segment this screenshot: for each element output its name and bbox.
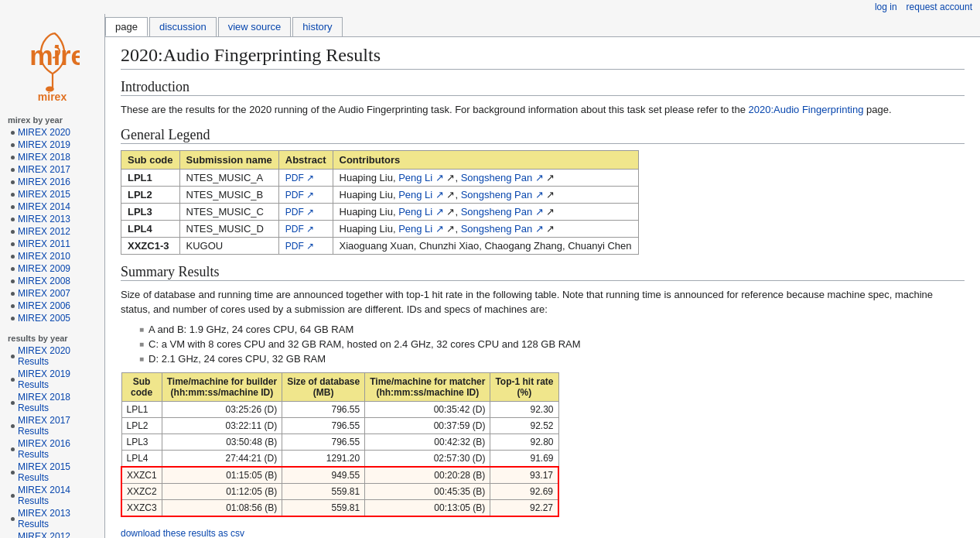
sidebar-result-mirex2017results[interactable]: MIREX 2017 Results	[0, 414, 104, 437]
result-top1: 93.17	[490, 467, 558, 484]
sidebar-result-link[interactable]: MIREX 2019 Results	[18, 368, 97, 390]
sidebar-result-mirex2020results[interactable]: MIREX 2020 Results	[0, 344, 104, 368]
sidebar-link[interactable]: MIREX 2016	[18, 176, 70, 187]
sidebar-result-link[interactable]: MIREX 2016 Results	[18, 438, 97, 460]
sidebar-item-mirex2019[interactable]: MIREX 2019	[0, 139, 104, 151]
sidebar-link[interactable]: MIREX 2008	[18, 276, 70, 286]
tab-discussion[interactable]: discussion	[149, 17, 217, 36]
results-row: XXZC2 01:12:05 (B) 559.81 00:45:35 (B) 9…	[121, 483, 558, 499]
sidebar-item-mirex2013[interactable]: MIREX 2013	[0, 213, 104, 225]
sidebar-result-mirex2016results[interactable]: MIREX 2016 Results	[0, 437, 104, 461]
result-sub: LPL1	[121, 401, 162, 417]
sidebar-item-mirex2011[interactable]: MIREX 2011	[0, 238, 104, 250]
result-top1: 92.80	[490, 433, 558, 450]
sidebar-item-mirex2007[interactable]: MIREX 2007	[0, 287, 104, 300]
content-area: page discussion view source history 2020…	[104, 14, 980, 538]
sidebar-link[interactable]: MIREX 2006	[18, 300, 70, 311]
sidebar-result-link[interactable]: MIREX 2020 Results	[18, 345, 97, 367]
request-account-link[interactable]: request account	[907, 2, 972, 12]
sidebar-link[interactable]: MIREX 2005	[18, 313, 70, 324]
sidebar-link[interactable]: MIREX 2009	[18, 263, 70, 274]
sidebar-item-mirex2016[interactable]: MIREX 2016	[0, 176, 104, 188]
sidebar-item-mirex2005[interactable]: MIREX 2005	[0, 312, 104, 324]
pdf-link[interactable]: PDF ↗	[285, 241, 314, 252]
sidebar-item-mirex2010[interactable]: MIREX 2010	[0, 250, 104, 262]
results-table: Subcode Time/machine for builder(hh:mm:s…	[121, 372, 559, 517]
sidebar-link[interactable]: MIREX 2011	[18, 238, 70, 249]
bullet-icon	[11, 156, 15, 159]
contributor-link[interactable]: Songsheng Pan ↗	[461, 206, 544, 218]
sidebar-result-link[interactable]: MIREX 2018 Results	[18, 392, 97, 413]
sidebar-link[interactable]: MIREX 2010	[18, 251, 70, 262]
sidebar-item-mirex2012[interactable]: MIREX 2012	[0, 225, 104, 238]
sidebar-result-mirex2012results[interactable]: MIREX 2012 Results	[0, 530, 104, 538]
sidebar-item-mirex2014[interactable]: MIREX 2014	[0, 200, 104, 213]
pdf-link[interactable]: PDF ↗	[285, 190, 314, 200]
sidebar-result-mirex2014results[interactable]: MIREX 2014 Results	[0, 484, 104, 507]
sidebar-link[interactable]: MIREX 2014	[18, 201, 70, 212]
summary-title: Summary Results	[121, 264, 965, 281]
contributor-link[interactable]: Songsheng Pan ↗	[461, 189, 544, 200]
result-builder: 03:25:26 (D)	[162, 401, 282, 417]
sidebar-item-mirex2017[interactable]: MIREX 2017	[0, 163, 104, 176]
sidebar-result-mirex2019results[interactable]: MIREX 2019 Results	[0, 368, 104, 391]
pdf-link[interactable]: PDF ↗	[285, 224, 314, 235]
bullet-icon	[11, 471, 15, 475]
results-row: XXZC3 01:08:56 (B) 559.81 00:13:05 (B) 9…	[121, 499, 558, 516]
sidebar-item-mirex2008[interactable]: MIREX 2008	[0, 275, 104, 287]
bullet-icon	[11, 355, 15, 358]
sidebar-result-mirex2018results[interactable]: MIREX 2018 Results	[0, 391, 104, 414]
sidebar-link[interactable]: MIREX 2012	[18, 226, 70, 237]
contributor-link[interactable]: Songsheng Pan ↗	[461, 172, 544, 183]
result-builder: 01:12:05 (B)	[162, 483, 282, 499]
legend-abstract: PDF ↗	[278, 186, 333, 203]
sidebar-link[interactable]: MIREX 2020	[18, 127, 70, 138]
sidebar-item-mirex2020[interactable]: MIREX 2020	[0, 126, 104, 139]
sidebar-result-mirex2015results[interactable]: MIREX 2015 Results	[0, 461, 104, 484]
pdf-link[interactable]: PDF ↗	[285, 207, 314, 218]
result-builder: 01:08:56 (B)	[162, 499, 282, 516]
sidebar-link[interactable]: MIREX 2015	[18, 189, 70, 200]
sidebar-link[interactable]: MIREX 2017	[18, 164, 70, 175]
bullet-icon	[11, 517, 15, 521]
legend-row: LPL1 NTES_MUSIC_A PDF ↗ Huaping Liu, Pen…	[121, 169, 639, 186]
intro-title: Introduction	[121, 79, 965, 96]
tab-history[interactable]: history	[292, 17, 342, 36]
download-csv-link[interactable]: download these results as csv	[121, 528, 244, 539]
contributor-link[interactable]: Peng Li ↗	[398, 206, 444, 218]
tab-page[interactable]: page	[105, 17, 148, 36]
sidebar-result-link[interactable]: MIREX 2017 Results	[18, 415, 97, 437]
col-subcode: Subcode	[121, 372, 162, 401]
sidebar: mirex mirex mirex by year MIREX 2020MIRE…	[0, 14, 104, 538]
result-top1: 91.69	[490, 450, 558, 467]
intro-text: These are the results for the 2020 runni…	[121, 102, 965, 118]
contributor-link[interactable]: Songsheng Pan ↗	[461, 223, 544, 235]
sidebar-result-link[interactable]: MIREX 2015 Results	[18, 461, 97, 483]
legend-table: Sub code Submission name Abstract Contri…	[121, 150, 639, 255]
sidebar-result-link[interactable]: MIREX 2013 Results	[18, 508, 97, 529]
sidebar-item-mirex2018[interactable]: MIREX 2018	[0, 151, 104, 163]
legend-contributors: Huaping Liu, Peng Li ↗ ↗, Songsheng Pan …	[333, 186, 638, 203]
sidebar-result-link[interactable]: MIREX 2014 Results	[18, 485, 97, 506]
contributor-link[interactable]: Peng Li ↗	[398, 172, 444, 183]
sidebar-link[interactable]: MIREX 2013	[18, 214, 70, 224]
sidebar-item-mirex2015[interactable]: MIREX 2015	[0, 188, 104, 200]
sidebar-link[interactable]: MIREX 2019	[18, 139, 70, 150]
contributor-link[interactable]: Peng Li ↗	[398, 189, 444, 200]
sidebar-results-list: MIREX 2020 ResultsMIREX 2019 ResultsMIRE…	[0, 344, 104, 538]
tab-view-source[interactable]: view source	[218, 17, 292, 36]
audio-fingerprinting-link[interactable]: 2020:Audio Fingerprinting	[749, 104, 864, 115]
legend-name: NTES_MUSIC_B	[179, 186, 278, 203]
sidebar-item-mirex2009[interactable]: MIREX 2009	[0, 262, 104, 275]
sidebar-link[interactable]: MIREX 2018	[18, 152, 70, 163]
contributor-link[interactable]: Peng Li ↗	[398, 223, 444, 235]
top-bar: log in request account	[0, 0, 980, 14]
sidebar-link[interactable]: MIREX 2007	[18, 288, 70, 299]
sidebar-item-mirex2006[interactable]: MIREX 2006	[0, 300, 104, 312]
sidebar-result-link[interactable]: MIREX 2012 Results	[18, 531, 97, 538]
login-link[interactable]: log in	[875, 2, 897, 12]
result-top1: 92.52	[490, 417, 558, 433]
legend-abstract: PDF ↗	[278, 169, 333, 186]
sidebar-result-mirex2013results[interactable]: MIREX 2013 Results	[0, 507, 104, 530]
pdf-link[interactable]: PDF ↗	[285, 173, 314, 183]
